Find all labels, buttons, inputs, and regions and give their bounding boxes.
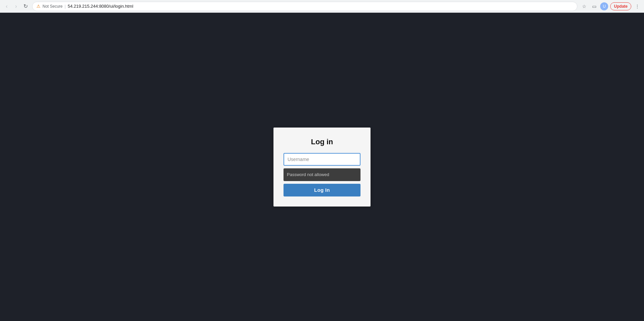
login-card: Log in Password not allowed Log In [273, 128, 371, 207]
back-button[interactable]: ‹ [3, 2, 11, 10]
separator: | [65, 4, 66, 9]
menu-button[interactable]: ⋮ [633, 2, 641, 10]
browser-toolbar: ‹ › ↻ ⚠ Not Secure | 54.219.215.244:8080… [0, 0, 644, 13]
nav-buttons: ‹ › ↻ [3, 2, 29, 10]
login-button[interactable]: Log In [284, 184, 360, 196]
avatar-label: U [603, 4, 606, 9]
password-error-text: Password not allowed [287, 172, 329, 177]
password-error-field: Password not allowed [284, 168, 360, 181]
update-button[interactable]: Update [610, 2, 631, 10]
not-secure-icon: ⚠ [36, 4, 41, 9]
reload-button[interactable]: ↻ [21, 2, 29, 10]
back-icon: ‹ [6, 3, 7, 9]
forward-icon: › [15, 3, 17, 9]
login-title: Log in [284, 138, 360, 146]
bookmark-button[interactable]: ☆ [580, 2, 588, 10]
not-secure-label: Not Secure [43, 4, 63, 9]
forward-button[interactable]: › [12, 2, 20, 10]
url-display: 54.219.215.244:8080/ui/login.html [68, 4, 573, 9]
page-background: Log in Password not allowed Log In [0, 13, 644, 321]
address-bar[interactable]: ⚠ Not Secure | 54.219.215.244:8080/ui/lo… [32, 2, 577, 11]
bookmark-icon: ☆ [582, 4, 586, 9]
cast-button[interactable]: ▭ [590, 2, 598, 10]
browser-actions: ☆ ▭ U Update ⋮ [580, 2, 641, 10]
username-input[interactable] [284, 153, 360, 166]
profile-avatar[interactable]: U [600, 2, 608, 10]
reload-icon: ↻ [23, 3, 28, 9]
menu-icon: ⋮ [635, 4, 640, 9]
cast-icon: ▭ [592, 4, 596, 9]
